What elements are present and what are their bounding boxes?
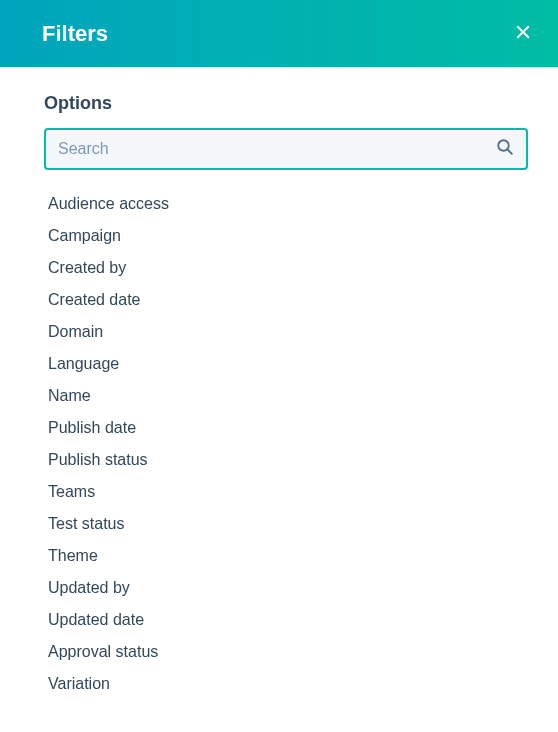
options-list: Audience access Campaign Created by Crea…: [44, 182, 528, 700]
options-label: Options: [44, 93, 528, 114]
option-item[interactable]: Theme: [44, 540, 528, 572]
option-item[interactable]: Campaign: [44, 220, 528, 252]
option-item[interactable]: Updated date: [44, 604, 528, 636]
filters-header: Filters: [0, 0, 558, 67]
option-item[interactable]: Created date: [44, 284, 528, 316]
filters-content: Options Audience access Campaign Created…: [0, 67, 558, 700]
option-item[interactable]: Test status: [44, 508, 528, 540]
option-item[interactable]: Publish date: [44, 412, 528, 444]
close-button[interactable]: [510, 19, 536, 48]
option-item[interactable]: Language: [44, 348, 528, 380]
option-item[interactable]: Domain: [44, 316, 528, 348]
option-item[interactable]: Teams: [44, 476, 528, 508]
option-item[interactable]: Approval status: [44, 636, 528, 668]
option-item[interactable]: Updated by: [44, 572, 528, 604]
header-title: Filters: [42, 21, 108, 47]
option-item[interactable]: Audience access: [44, 188, 528, 220]
option-item[interactable]: Publish status: [44, 444, 528, 476]
option-item[interactable]: Name: [44, 380, 528, 412]
close-icon: [514, 23, 532, 44]
search-wrapper: [44, 128, 528, 170]
option-item[interactable]: Created by: [44, 252, 528, 284]
search-input[interactable]: [44, 128, 528, 170]
option-item[interactable]: Variation: [44, 668, 528, 700]
